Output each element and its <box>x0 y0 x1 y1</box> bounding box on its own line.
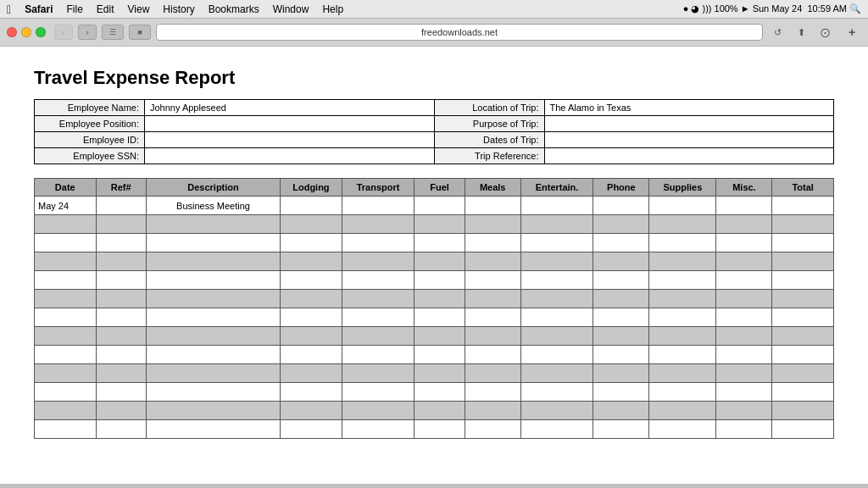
new-tab-plus[interactable]: + <box>843 25 861 40</box>
cell-fuel[interactable] <box>415 346 465 364</box>
cell-date[interactable] <box>35 402 97 420</box>
address-bar[interactable]: freedownloads.net <box>156 24 763 41</box>
cell-fuel[interactable] <box>415 215 465 234</box>
cell-transport[interactable] <box>342 197 415 215</box>
menu-view[interactable]: View <box>128 3 150 15</box>
cell-lodging[interactable] <box>281 252 342 271</box>
cell-entertain[interactable] <box>520 252 593 271</box>
cell-date[interactable] <box>35 290 97 308</box>
cell-supplies[interactable] <box>649 346 716 364</box>
cell-lodging[interactable] <box>281 271 342 290</box>
cell-phone[interactable] <box>593 197 649 215</box>
cell-total[interactable] <box>772 346 834 364</box>
cell-transport[interactable] <box>342 327 415 346</box>
cell-transport[interactable] <box>342 290 415 308</box>
cell-desc[interactable] <box>146 252 280 271</box>
cell-date[interactable] <box>35 308 97 327</box>
cell-date[interactable]: May 24 <box>35 197 97 215</box>
cell-fuel[interactable] <box>415 364 465 383</box>
reload-button[interactable]: ↺ <box>768 25 787 40</box>
menu-history[interactable]: History <box>163 3 194 15</box>
cell-total[interactable] <box>772 197 834 215</box>
cell-supplies[interactable] <box>649 271 716 290</box>
employee-id-value[interactable] <box>145 132 435 148</box>
cell-lodging[interactable] <box>281 290 342 308</box>
sidebar-button[interactable]: ☰ <box>102 25 124 40</box>
cell-desc[interactable] <box>146 271 280 290</box>
cell-desc[interactable] <box>146 308 280 327</box>
fullscreen-button[interactable] <box>36 27 46 37</box>
location-value[interactable]: The Alamo in Texas <box>544 100 834 116</box>
purpose-value[interactable] <box>544 116 834 132</box>
cell-date[interactable] <box>35 215 97 234</box>
cell-lodging[interactable] <box>281 234 342 252</box>
cell-transport[interactable] <box>342 215 415 234</box>
cell-meals[interactable] <box>465 252 520 271</box>
cell-phone[interactable] <box>593 364 649 383</box>
cell-ref[interactable] <box>96 346 146 364</box>
cell-ref[interactable] <box>96 197 146 215</box>
cell-lodging[interactable] <box>281 383 342 402</box>
cell-total[interactable] <box>772 252 834 271</box>
menu-window[interactable]: Window <box>273 3 309 15</box>
cell-supplies[interactable] <box>649 197 716 215</box>
cell-date[interactable] <box>35 271 97 290</box>
cell-entertain[interactable] <box>520 215 593 234</box>
cell-date[interactable] <box>35 234 97 252</box>
cell-transport[interactable] <box>342 364 415 383</box>
cell-meals[interactable] <box>465 271 520 290</box>
cell-ref[interactable] <box>96 215 146 234</box>
cell-entertain[interactable] <box>520 402 593 420</box>
menu-file[interactable]: File <box>66 3 82 15</box>
new-tab-button[interactable]: ⨀ <box>815 25 834 40</box>
cell-lodging[interactable] <box>281 420 342 439</box>
cell-supplies[interactable] <box>649 327 716 346</box>
cell-desc[interactable] <box>146 364 280 383</box>
cell-meals[interactable] <box>465 420 520 439</box>
menu-bookmarks[interactable]: Bookmarks <box>209 3 259 15</box>
cell-lodging[interactable] <box>281 215 342 234</box>
cell-misc[interactable] <box>716 252 772 271</box>
cell-misc[interactable] <box>716 271 772 290</box>
tab-view-button[interactable]: ■ <box>129 25 151 40</box>
cell-total[interactable] <box>772 215 834 234</box>
cell-misc[interactable] <box>716 402 772 420</box>
menu-help[interactable]: Help <box>322 3 343 15</box>
cell-transport[interactable] <box>342 308 415 327</box>
employee-ssn-value[interactable] <box>145 148 435 164</box>
cell-fuel[interactable] <box>415 197 465 215</box>
cell-lodging[interactable] <box>281 364 342 383</box>
cell-fuel[interactable] <box>415 327 465 346</box>
cell-transport[interactable] <box>342 252 415 271</box>
cell-transport[interactable] <box>342 271 415 290</box>
cell-ref[interactable] <box>96 252 146 271</box>
cell-meals[interactable] <box>465 346 520 364</box>
cell-ref[interactable] <box>96 234 146 252</box>
cell-lodging[interactable] <box>281 327 342 346</box>
cell-total[interactable] <box>772 290 834 308</box>
cell-desc[interactable] <box>146 402 280 420</box>
cell-misc[interactable] <box>716 346 772 364</box>
cell-meals[interactable] <box>465 364 520 383</box>
cell-date[interactable] <box>35 346 97 364</box>
cell-total[interactable] <box>772 420 834 439</box>
cell-desc[interactable] <box>146 383 280 402</box>
cell-desc[interactable] <box>146 346 280 364</box>
minimize-button[interactable] <box>21 27 31 37</box>
cell-desc[interactable] <box>146 327 280 346</box>
cell-misc[interactable] <box>716 234 772 252</box>
cell-total[interactable] <box>772 383 834 402</box>
cell-transport[interactable] <box>342 402 415 420</box>
cell-fuel[interactable] <box>415 234 465 252</box>
cell-total[interactable] <box>772 308 834 327</box>
cell-supplies[interactable] <box>649 402 716 420</box>
cell-meals[interactable] <box>465 234 520 252</box>
cell-ref[interactable] <box>96 402 146 420</box>
cell-total[interactable] <box>772 402 834 420</box>
cell-date[interactable] <box>35 383 97 402</box>
menu-edit[interactable]: Edit <box>97 3 114 15</box>
cell-desc[interactable] <box>146 290 280 308</box>
cell-supplies[interactable] <box>649 234 716 252</box>
cell-meals[interactable] <box>465 383 520 402</box>
cell-entertain[interactable] <box>520 420 593 439</box>
